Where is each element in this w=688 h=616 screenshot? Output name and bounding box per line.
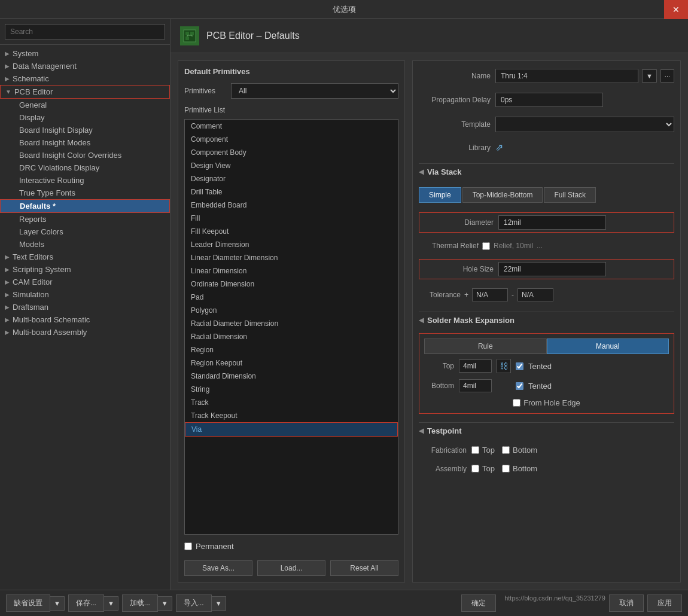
primitive-item[interactable]: Linear Diameter Dimension	[185, 251, 398, 264]
primitive-item[interactable]: Radial Diameter Dimension	[185, 317, 398, 330]
template-select[interactable]	[495, 117, 674, 132]
primitive-item[interactable]: Ordinate Dimension	[185, 277, 398, 291]
primitive-item[interactable]: Track Keepout	[185, 409, 398, 422]
bottom-tented-checkbox[interactable]	[516, 382, 523, 390]
save-arrow[interactable]: ▼	[104, 596, 118, 611]
permanent-checkbox[interactable]	[184, 542, 192, 550]
primitive-item[interactable]: Linear Dimension	[185, 264, 398, 277]
primitive-list: CommentComponentComponent BodyDesign Vie…	[184, 119, 398, 535]
cancel-button[interactable]: 取消	[609, 594, 644, 612]
primitive-item[interactable]: Leader Dimension	[185, 238, 398, 251]
primitive-item[interactable]: Drill Table	[185, 185, 398, 199]
sidebar-child-layer-colors[interactable]: Layer Colors	[0, 225, 170, 238]
primitive-item[interactable]: Designator	[185, 172, 398, 185]
sidebar-child-defaults[interactable]: Defaults *	[0, 199, 170, 213]
right-content: PCB Editor – Defaults Default Primitives…	[171, 19, 688, 590]
primitive-item[interactable]: String	[185, 383, 398, 396]
ok-button[interactable]: 确定	[461, 594, 496, 612]
default-settings-arrow[interactable]: ▼	[50, 596, 65, 611]
primitive-item[interactable]: Comment	[185, 120, 398, 133]
sidebar-item-cam-editor[interactable]: ▶ CAM Editor	[0, 276, 170, 288]
tolerance-plus-input[interactable]	[472, 288, 508, 301]
fab-bottom-checkbox[interactable]	[502, 446, 510, 454]
apply-button[interactable]: 应用	[647, 594, 682, 612]
save-button[interactable]: 保存...	[68, 594, 104, 612]
default-settings-button[interactable]: 缺省设置	[6, 594, 50, 612]
import-arrow[interactable]: ▼	[212, 596, 226, 611]
primitive-item[interactable]: Design View	[185, 159, 398, 172]
primitives-panel: Default Primitives Primitives All Primit…	[178, 60, 405, 583]
tab-simple[interactable]: Simple	[419, 187, 461, 203]
primitives-select[interactable]: All	[231, 83, 398, 99]
sidebar-child-board-insight-display[interactable]: Board Insight Display	[0, 124, 170, 136]
sidebar-item-multi-assembly[interactable]: ▶ Multi-board Assembly	[0, 326, 170, 339]
propagation-delay-input[interactable]	[495, 93, 603, 107]
rule-button[interactable]: Rule	[424, 339, 547, 354]
tab-top-middle-bottom[interactable]: Top-Middle-Bottom	[462, 187, 543, 203]
name-dropdown-button[interactable]: ▼	[642, 69, 657, 83]
primitive-item[interactable]: Component Body	[185, 146, 398, 159]
tab-full-stack[interactable]: Full Stack	[544, 187, 596, 203]
sidebar-child-models[interactable]: Models	[0, 238, 170, 251]
sidebar-item-draftsman[interactable]: ▶ Draftsman	[0, 301, 170, 313]
sidebar-child-true-type[interactable]: True Type Fonts	[0, 187, 170, 199]
primitive-item[interactable]: Component	[185, 133, 398, 146]
primitive-item[interactable]: Via	[185, 422, 398, 437]
bottom-mil-input[interactable]	[459, 379, 492, 392]
primitive-item[interactable]: Embedded Board	[185, 199, 398, 212]
reset-all-button[interactable]: Reset All	[330, 560, 398, 576]
sidebar-item-data-management[interactable]: ▶ Data Management	[0, 60, 170, 72]
close-button[interactable]: ✕	[664, 0, 688, 19]
primitive-item[interactable]: Fill	[185, 212, 398, 225]
sidebar-child-display[interactable]: Display	[0, 111, 170, 124]
sidebar-item-text-editors[interactable]: ▶ Text Editors	[0, 251, 170, 263]
import-button[interactable]: 导入...	[176, 594, 212, 612]
primitive-item[interactable]: Region Keepout	[185, 356, 398, 370]
load-button[interactable]: Load...	[257, 560, 325, 576]
manual-button[interactable]: Manual	[547, 339, 669, 354]
sidebar-item-multi-schematic[interactable]: ▶ Multi-board Schematic	[0, 313, 170, 326]
sidebar-child-board-insight-color[interactable]: Board Insight Color Overrides	[0, 149, 170, 161]
from-hole-edge-row: From Hole Edge	[424, 397, 669, 408]
sidebar-child-drc[interactable]: DRC Violations Display	[0, 161, 170, 174]
sidebar-child-reports[interactable]: Reports	[0, 213, 170, 225]
thermal-relief-checkbox[interactable]	[482, 242, 490, 250]
sidebar-child-board-insight-modes[interactable]: Board Insight Modes	[0, 136, 170, 149]
sidebar-child-general[interactable]: General	[0, 99, 170, 111]
hole-size-input[interactable]	[498, 262, 606, 276]
name-more-button[interactable]: ···	[660, 69, 674, 83]
primitive-item[interactable]: Fill Keepout	[185, 225, 398, 238]
url-text: https://blog.csdn.net/qq_35231279	[504, 594, 605, 612]
sidebar-child-interactive-routing[interactable]: Interactive Routing	[0, 174, 170, 187]
fab-top-checkbox[interactable]	[471, 446, 479, 454]
tolerance-minus-input[interactable]	[517, 288, 553, 301]
name-input[interactable]	[495, 69, 638, 83]
primitive-item[interactable]: Track	[185, 396, 398, 409]
from-hole-edge-checkbox[interactable]	[513, 399, 520, 407]
sidebar-item-pcb-editor[interactable]: ▼ PCB Editor	[0, 85, 170, 99]
top-tented-checkbox[interactable]	[516, 362, 523, 370]
library-link-icon[interactable]: ⇗	[495, 142, 503, 153]
chain-icon[interactable]: ⛓	[497, 359, 511, 373]
hole-size-row: Hole Size	[419, 259, 674, 279]
primitive-item[interactable]: Radial Dimension	[185, 330, 398, 343]
primitive-item[interactable]: Region	[185, 343, 398, 356]
primitive-item[interactable]: Standard Dimension	[185, 370, 398, 383]
sidebar-item-schematic[interactable]: ▶ Schematic	[0, 72, 170, 85]
primitive-item[interactable]: Pad	[185, 291, 398, 304]
top-mil-input[interactable]	[459, 359, 492, 373]
sidebar-item-system[interactable]: ▶ System	[0, 47, 170, 60]
sidebar-item-simulation[interactable]: ▶ Simulation	[0, 288, 170, 301]
sidebar-item-scripting[interactable]: ▶ Scripting System	[0, 263, 170, 276]
asm-bottom-checkbox[interactable]	[502, 465, 510, 472]
primitive-item[interactable]: Polygon	[185, 304, 398, 317]
template-label: Template	[419, 120, 491, 129]
load-button[interactable]: 加载...	[122, 594, 158, 612]
save-as-button[interactable]: Save As...	[184, 560, 252, 576]
search-input[interactable]	[5, 24, 165, 39]
diameter-input[interactable]	[498, 215, 606, 230]
asm-top-checkbox[interactable]	[471, 465, 479, 472]
load-arrow[interactable]: ▼	[158, 596, 172, 611]
thermal-dots-button[interactable]: ...	[537, 242, 543, 250]
plus-sign: +	[464, 291, 468, 299]
